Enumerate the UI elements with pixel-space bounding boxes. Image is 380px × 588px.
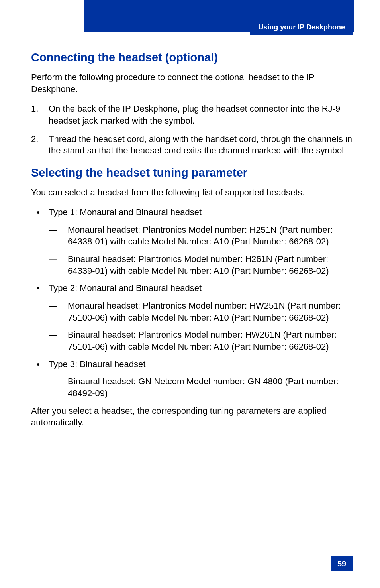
sub-list: Binaural headset: GN Netcom Model number… [49,376,353,399]
procedure-list: 1.On the back of the IP Deskphone, plug … [31,103,353,157]
list-item: Binaural headset: GN Netcom Model number… [49,376,353,399]
type-label: Type 3: Binaural headset [49,359,145,369]
section-heading-connecting: Connecting the headset (optional) [31,51,353,64]
section2-outro: After you select a headset, the correspo… [31,405,353,429]
section1-intro: Perform the following procedure to conne… [31,71,353,95]
list-item: Monaural headset: Plantronics Model numb… [49,224,353,248]
section2-intro: You can select a headset from the follow… [31,187,353,199]
list-item: Type 1: Monaural and Binaural headset Mo… [31,206,353,277]
type-label: Type 1: Monaural and Binaural headset [49,207,202,217]
list-item: Binaural headset: Plantronics Model numb… [49,253,353,277]
sub-list: Monaural headset: Plantronics Model numb… [49,300,353,353]
list-item: Type 2: Monaural and Binaural headset Mo… [31,282,353,352]
list-item: 1.On the back of the IP Deskphone, plug … [31,103,353,126]
list-item: Type 3: Binaural headset Binaural headse… [31,358,353,399]
sub-list: Monaural headset: Plantronics Model numb… [49,224,353,277]
list-item: 2.Thread the headset cord, along with th… [31,133,353,157]
headset-type-list: Type 1: Monaural and Binaural headset Mo… [31,206,353,399]
list-item: Binaural headset: Plantronics Model numb… [49,329,353,352]
page-content: Connecting the headset (optional) Perfor… [31,44,353,437]
running-header: Using your IP Deskphone [250,20,353,35]
step-text: On the back of the IP Deskphone, plug th… [49,104,340,126]
type-label: Type 2: Monaural and Binaural headset [49,283,202,293]
step-text: Thread the headset cord, along with the … [49,134,352,156]
section-heading-tuning: Selecting the headset tuning parameter [31,166,353,179]
page-number: 59 [331,556,353,571]
list-item: Monaural headset: Plantronics Model numb… [49,300,353,323]
